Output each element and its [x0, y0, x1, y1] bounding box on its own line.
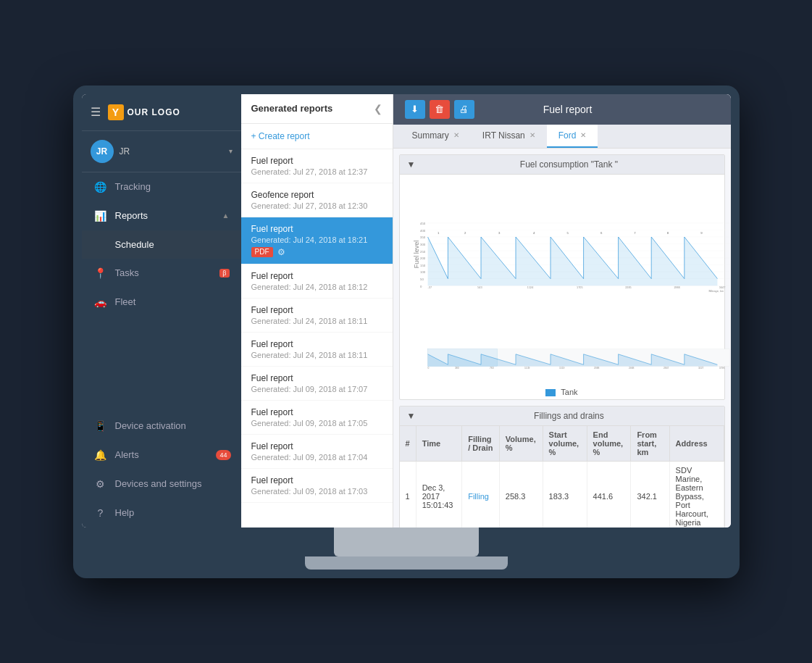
report-list: Fuel reportGenerated: Jul 27, 2018 at 12… — [241, 149, 393, 528]
avatar: JR — [91, 140, 114, 163]
svg-text:2468: 2468 — [629, 367, 635, 370]
legend-label-tank: Tank — [561, 388, 577, 396]
delete-button[interactable]: 🗑 — [430, 100, 450, 119]
report-item-date: Generated: Jul 27, 2018 at 12:37 — [251, 167, 382, 176]
reports-submenu: Schedule — [82, 230, 241, 259]
tasks-label: Tasks — [115, 267, 217, 278]
tab-close-icon[interactable]: ✕ — [530, 131, 535, 139]
table-cell: Dec 3, 2017 15:01:43 — [416, 461, 462, 527]
svg-text:300: 300 — [420, 243, 426, 246]
col-filling-drain: Filling / Drain — [462, 426, 500, 462]
sidebar-item-schedule[interactable]: Schedule — [82, 230, 241, 259]
sidebar-item-device-activation[interactable]: 📱 Device activation — [82, 412, 241, 441]
report-list-item[interactable]: Fuel reportGenerated: Jul 09, 2018 at 17… — [241, 401, 393, 435]
report-item-name: Fuel report — [251, 156, 382, 166]
devices-settings-label: Devices and settings — [115, 478, 230, 489]
main-content: Generated reports ❮ + Create report Fuel… — [241, 94, 731, 528]
fuel-chart-svg: 450 400 350 300 250 200 150 100 50 0 — [420, 178, 731, 331]
beta-badge: β — [219, 269, 229, 278]
bell-icon: 🔔 — [93, 449, 108, 461]
download-button[interactable]: ⬇ — [405, 100, 425, 119]
logo-text: OUR LOGO — [127, 107, 180, 117]
alerts-badge: 44 — [216, 450, 230, 460]
svg-text:1705: 1705 — [577, 286, 583, 289]
report-item-actions: PDF⚙ — [251, 247, 382, 257]
sidebar-item-alerts[interactable]: 🔔 Alerts 44 — [82, 441, 241, 470]
tabs-bar: Summary✕IRT Nissan✕Ford✕ — [393, 125, 731, 149]
tab-ford[interactable]: Ford✕ — [547, 125, 598, 148]
svg-text:450: 450 — [420, 222, 426, 225]
user-section[interactable]: JR JR ▾ — [82, 131, 241, 172]
tab-close-icon[interactable]: ✕ — [453, 131, 459, 139]
col-from-start: From start, km — [631, 426, 669, 462]
hamburger-icon[interactable]: ☰ — [91, 105, 101, 119]
report-gear-button[interactable]: ⚙ — [277, 247, 285, 257]
report-item-date: Generated: Jul 09, 2018 at 17:07 — [251, 385, 382, 393]
svg-text:Mileage, km: Mileage, km — [708, 289, 724, 292]
reports-panel: Generated reports ❮ + Create report Fuel… — [241, 94, 393, 528]
user-name: JR — [120, 146, 229, 157]
table-collapse-icon[interactable]: ▼ — [407, 411, 416, 421]
sidebar-header: ☰ Y OUR LOGO — [82, 94, 241, 131]
report-list-item[interactable]: Fuel reportGenerated: Jul 09, 2018 at 17… — [241, 435, 393, 469]
col-num: # — [400, 426, 417, 462]
tab-close-icon[interactable]: ✕ — [580, 131, 586, 139]
device-activation-label: Device activation — [115, 420, 230, 431]
svg-text:2866: 2866 — [674, 286, 680, 289]
svg-text:3: 3 — [498, 231, 501, 235]
sidebar-item-help[interactable]: ? Help — [82, 499, 241, 528]
sidebar-item-tasks[interactable]: 📍 Tasks β — [82, 259, 241, 288]
pdf-badge[interactable]: PDF — [251, 247, 273, 257]
table-cell: 441.6 — [587, 461, 631, 527]
svg-text:0: 0 — [420, 284, 422, 288]
svg-text:3227: 3227 — [698, 367, 704, 370]
report-list-item[interactable]: Fuel reportGenerated: Jul 27, 2018 at 12… — [241, 149, 393, 183]
report-list-item[interactable]: Fuel reportGenerated: Jul 24, 2018 at 18… — [241, 333, 393, 367]
report-item-date: Generated: Jul 09, 2018 at 17:03 — [251, 487, 382, 496]
chart-section: ▼ Fuel consumption "Tank " Fuel level 45… — [399, 154, 725, 400]
globe-icon: 🌐 — [93, 181, 108, 193]
table-section: ▼ Fillings and drains # Time Filling / D… — [399, 406, 725, 528]
report-list-item[interactable]: Fuel reportGenerated: Jul 09, 2018 at 17… — [241, 367, 393, 401]
report-item-name: Fuel report — [251, 305, 382, 315]
svg-text:2088: 2088 — [594, 367, 600, 370]
sidebar-item-fleet[interactable]: 🚗 Fleet — [82, 288, 241, 317]
fleet-icon: 🚗 — [93, 296, 108, 308]
col-start-volume: Start volume, % — [543, 426, 587, 462]
tab-irt-nissan[interactable]: IRT Nissan✕ — [471, 125, 547, 148]
svg-text:1139: 1139 — [524, 367, 530, 370]
chart-title: Fuel consumption "Tank " — [421, 159, 716, 170]
col-end-volume: End volume, % — [587, 426, 631, 462]
gear-icon: ⚙ — [93, 478, 108, 490]
sidebar-item-devices-settings[interactable]: ⚙ Devices and settings — [82, 470, 241, 499]
tab-label: IRT Nissan — [482, 130, 525, 141]
report-list-item[interactable]: Fuel reportGenerated: Jul 24, 2018 at 18… — [241, 299, 393, 333]
report-list-item[interactable]: Fuel reportGenerated: Jul 24, 2018 at 18… — [241, 217, 393, 264]
table-cell: 183.3 — [543, 461, 587, 527]
report-item-name: Fuel report — [251, 224, 382, 234]
tab-summary[interactable]: Summary✕ — [401, 125, 471, 148]
report-item-date: Generated: Jul 27, 2018 at 12:30 — [251, 201, 382, 210]
table-cell: 258.3 — [499, 461, 543, 527]
chart-collapse-icon[interactable]: ▼ — [407, 159, 416, 170]
col-volume: Volume, % — [499, 426, 543, 462]
chart-y-label: Fuel level — [413, 240, 420, 268]
help-label: Help — [115, 507, 230, 518]
create-report-button[interactable]: + Create report — [241, 124, 393, 149]
monitor-stand — [334, 528, 479, 556]
svg-rect-40 — [427, 349, 497, 366]
report-list-item[interactable]: Geofence reportGenerated: Jul 27, 2018 a… — [241, 183, 393, 217]
sidebar-item-tracking[interactable]: 🌐 Tracking — [82, 172, 241, 201]
table-cell: SDV Marine, Eastern Bypass, Port Harcour… — [669, 461, 724, 527]
sidebar-item-reports[interactable]: 📊 Reports ▲ — [82, 201, 241, 230]
logo-y-badge: Y — [108, 104, 124, 120]
svg-text:-37: -37 — [427, 286, 432, 289]
collapse-button[interactable]: ❮ — [374, 103, 382, 114]
report-list-item[interactable]: Fuel reportGenerated: Jul 09, 2018 at 17… — [241, 469, 393, 503]
fillings-table: # Time Filling / Drain Volume, % Start v… — [400, 426, 724, 528]
mini-chart-container: 0 380 760 1139 1519 2088 2468 2847 3227 — [400, 334, 724, 385]
tab-label: Summary — [412, 130, 449, 141]
svg-text:543: 543 — [477, 286, 482, 289]
print-button[interactable]: 🖨 — [454, 100, 474, 119]
report-list-item[interactable]: Fuel reportGenerated: Jul 24, 2018 at 18… — [241, 264, 393, 299]
